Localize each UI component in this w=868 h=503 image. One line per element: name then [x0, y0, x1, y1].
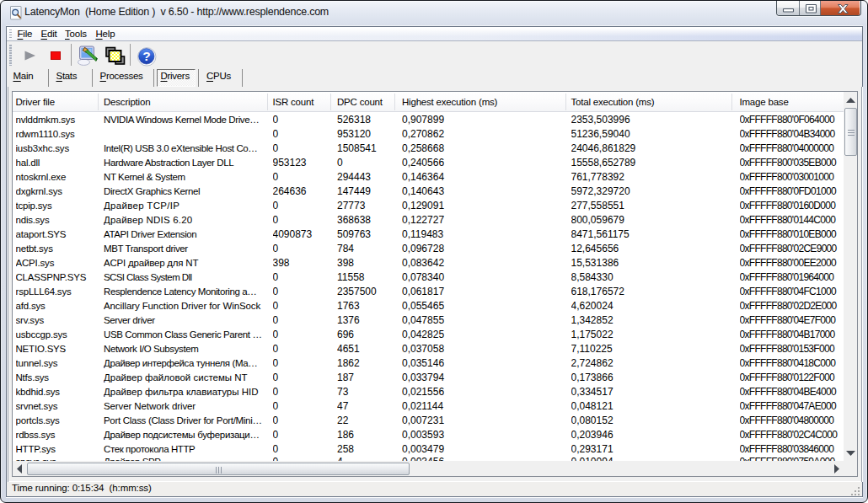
svg-text:?: ?	[142, 49, 150, 63]
